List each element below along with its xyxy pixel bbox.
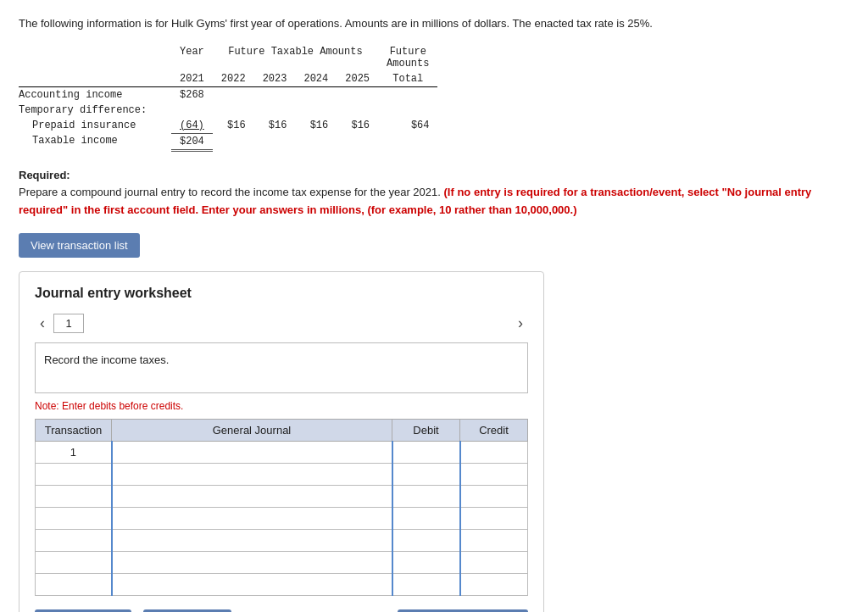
journal-card: Journal entry worksheet ‹ 1 › Record the… xyxy=(19,271,544,612)
col-2023: 2023 xyxy=(254,71,296,87)
journal-input[interactable] xyxy=(113,464,392,485)
journal-entry-cell[interactable] xyxy=(112,463,392,485)
debit-cell[interactable] xyxy=(392,551,460,573)
debit-cell[interactable] xyxy=(392,507,460,529)
journal-card-title: Journal entry worksheet xyxy=(35,286,528,301)
col-header-transaction: Transaction xyxy=(36,419,112,441)
credit-input[interactable] xyxy=(461,552,528,573)
col-header-credit: Credit xyxy=(460,419,528,441)
col-total: Total xyxy=(378,71,437,87)
credit-cell[interactable] xyxy=(460,529,528,551)
future-header2: Amounts xyxy=(387,58,429,70)
required-text1: Prepare a compound journal entry to reco… xyxy=(19,186,441,198)
debit-input[interactable] xyxy=(393,464,459,485)
journal-entry-cell[interactable] xyxy=(112,551,392,573)
col-header-general-journal: General Journal xyxy=(112,419,392,441)
journal-input[interactable] xyxy=(113,530,392,551)
credit-cell[interactable] xyxy=(460,463,528,485)
credit-input[interactable] xyxy=(461,574,528,595)
credit-input[interactable] xyxy=(461,508,528,529)
journal-entry-cell[interactable] xyxy=(112,441,392,463)
journal-table: Transaction General Journal Debit Credit… xyxy=(35,419,528,596)
journal-input[interactable] xyxy=(113,508,392,529)
data-table-wrapper: Year Future Taxable Amounts Future Amoun… xyxy=(19,44,849,152)
col-2024: 2024 xyxy=(295,71,337,87)
journal-input[interactable] xyxy=(113,552,392,573)
journal-entry-cell[interactable] xyxy=(112,485,392,507)
journal-entry-cell[interactable] xyxy=(112,573,392,595)
debit-cell[interactable] xyxy=(392,441,460,463)
credit-input[interactable] xyxy=(461,530,528,551)
intro-text: The following information is for Hulk Gy… xyxy=(19,15,849,32)
debit-input[interactable] xyxy=(393,530,459,551)
table-row: Accounting income $268 xyxy=(19,86,437,103)
credit-cell[interactable] xyxy=(460,551,528,573)
table-row xyxy=(36,551,528,573)
transaction-num-empty xyxy=(36,463,112,485)
col-2021: 2021 xyxy=(171,71,213,87)
transaction-num-1: 1 xyxy=(36,441,112,463)
table-row: Temporary difference: xyxy=(19,103,437,118)
debit-input[interactable] xyxy=(393,508,459,529)
table-row: 1 xyxy=(36,441,528,463)
required-label: Required: xyxy=(19,169,70,181)
prev-page-button[interactable]: ‹ xyxy=(35,313,50,334)
future-header1: Future xyxy=(390,46,426,58)
description-text: Record the income taxes. xyxy=(44,353,169,366)
credit-input[interactable] xyxy=(461,464,528,485)
journal-input[interactable] xyxy=(113,486,392,507)
table-row xyxy=(36,507,528,529)
debit-input[interactable] xyxy=(393,552,459,573)
credit-input[interactable] xyxy=(461,486,528,507)
journal-input[interactable] xyxy=(113,442,392,463)
col-2022: 2022 xyxy=(213,71,254,87)
col-header-debit: Debit xyxy=(392,419,460,441)
debit-cell[interactable] xyxy=(392,573,460,595)
debit-input[interactable] xyxy=(393,442,459,463)
required-section: Required: Prepare a compound journal ent… xyxy=(19,167,849,220)
journal-entry-cell[interactable] xyxy=(112,507,392,529)
debit-cell[interactable] xyxy=(392,463,460,485)
view-transaction-list-button[interactable]: View transaction list xyxy=(19,233,140,258)
page-number: 1 xyxy=(53,314,84,333)
future-taxable-amounts-header: Future Taxable Amounts xyxy=(213,44,378,71)
year-header: Year xyxy=(171,44,213,71)
note-text: Note: Enter debits before credits. xyxy=(35,400,528,412)
table-row xyxy=(36,573,528,595)
table-row: Prepaid insurance (64) $16 $16 $16 $16 $… xyxy=(19,118,437,134)
next-page-button[interactable]: › xyxy=(513,313,528,334)
credit-cell[interactable] xyxy=(460,507,528,529)
col-2025: 2025 xyxy=(337,71,378,87)
nav-row: ‹ 1 › xyxy=(35,313,528,334)
credit-cell[interactable] xyxy=(460,441,528,463)
table-row xyxy=(36,529,528,551)
debit-cell[interactable] xyxy=(392,529,460,551)
description-box: Record the income taxes. xyxy=(35,342,528,393)
credit-cell[interactable] xyxy=(460,485,528,507)
credit-input[interactable] xyxy=(461,442,528,463)
table-row xyxy=(36,463,528,485)
table-row xyxy=(36,485,528,507)
table-row: Taxable income $204 xyxy=(19,133,437,150)
debit-cell[interactable] xyxy=(392,485,460,507)
debit-input[interactable] xyxy=(393,574,459,595)
journal-input[interactable] xyxy=(113,574,392,595)
journal-entry-cell[interactable] xyxy=(112,529,392,551)
debit-input[interactable] xyxy=(393,486,459,507)
credit-cell[interactable] xyxy=(460,573,528,595)
